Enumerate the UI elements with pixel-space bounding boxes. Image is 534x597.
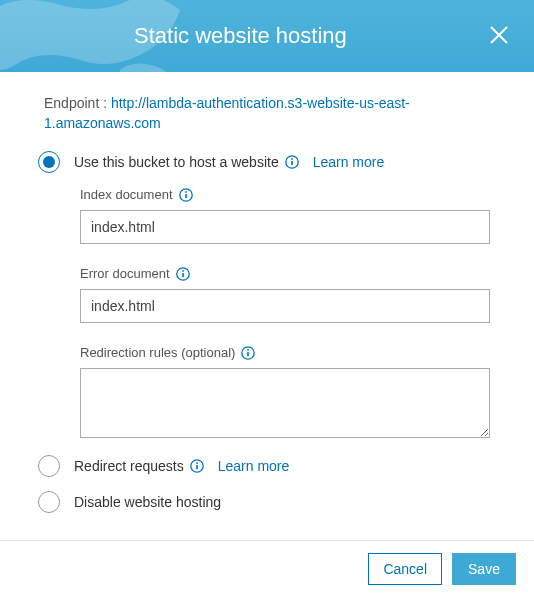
learn-more-link[interactable]: Learn more — [218, 458, 290, 474]
radio-disable[interactable] — [38, 491, 60, 513]
svg-rect-4 — [291, 158, 293, 160]
close-icon[interactable] — [488, 24, 510, 49]
index-doc-input[interactable] — [80, 210, 490, 244]
svg-rect-7 — [185, 191, 187, 193]
endpoint-row: Endpoint : http://lambda-authentication.… — [44, 94, 490, 133]
option-disable-label: Disable website hosting — [74, 494, 221, 510]
redirect-rules-textarea[interactable] — [80, 368, 490, 438]
redirect-rules-label: Redirection rules (optional) — [80, 345, 235, 360]
error-doc-label: Error document — [80, 266, 170, 281]
learn-more-link[interactable]: Learn more — [313, 154, 385, 170]
host-form: Index document Error document Redirectio… — [80, 187, 490, 441]
dialog-footer: Cancel Save — [0, 540, 534, 597]
dialog-body: Endpoint : http://lambda-authentication.… — [0, 72, 534, 513]
option-host-label-row: Use this bucket to host a website Learn … — [74, 154, 384, 170]
option-redirect-label-row: Redirect requests Learn more — [74, 458, 289, 474]
info-icon[interactable] — [176, 267, 190, 281]
option-host-website[interactable]: Use this bucket to host a website Learn … — [38, 151, 490, 173]
option-redirect-requests[interactable]: Redirect requests Learn more — [38, 455, 490, 477]
svg-rect-12 — [248, 352, 250, 356]
radio-redirect[interactable] — [38, 455, 60, 477]
dialog: Static website hosting Endpoint : http:/… — [0, 0, 534, 597]
option-redirect-label: Redirect requests — [74, 458, 184, 474]
option-host-label: Use this bucket to host a website — [74, 154, 279, 170]
svg-rect-10 — [182, 270, 184, 272]
svg-rect-3 — [291, 161, 293, 165]
svg-rect-13 — [248, 349, 250, 351]
error-doc-label-row: Error document — [80, 266, 490, 281]
radio-host[interactable] — [38, 151, 60, 173]
option-disable-label-row: Disable website hosting — [74, 494, 221, 510]
index-doc-label-row: Index document — [80, 187, 490, 202]
save-button[interactable]: Save — [452, 553, 516, 585]
cancel-button[interactable]: Cancel — [368, 553, 442, 585]
dialog-header: Static website hosting — [0, 0, 534, 72]
error-doc-input[interactable] — [80, 289, 490, 323]
index-doc-label: Index document — [80, 187, 173, 202]
svg-rect-16 — [196, 462, 198, 464]
redirect-rules-label-row: Redirection rules (optional) — [80, 345, 490, 360]
option-disable-hosting[interactable]: Disable website hosting — [38, 491, 490, 513]
info-icon[interactable] — [285, 155, 299, 169]
endpoint-label: Endpoint : — [44, 95, 111, 111]
info-icon[interactable] — [190, 459, 204, 473]
dialog-title: Static website hosting — [134, 23, 347, 49]
info-icon[interactable] — [179, 188, 193, 202]
svg-rect-6 — [185, 194, 187, 198]
svg-rect-9 — [182, 273, 184, 277]
svg-rect-15 — [196, 465, 198, 469]
info-icon[interactable] — [241, 346, 255, 360]
